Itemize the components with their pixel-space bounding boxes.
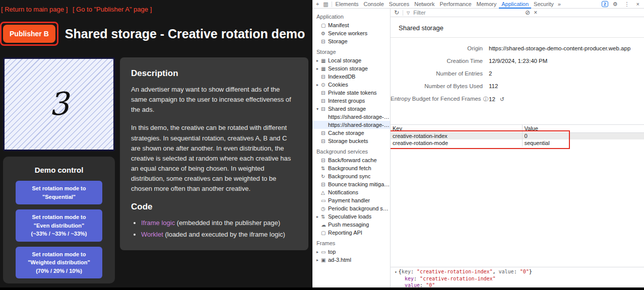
expand-arrow-icon[interactable]: ▸: [316, 250, 321, 254]
sync-icon: [321, 173, 328, 179]
expand-arrow-icon[interactable]: ▸: [316, 58, 321, 63]
column-header-value[interactable]: Value: [522, 125, 644, 132]
sidebar-item-indexeddb[interactable]: IndexedDB: [312, 72, 390, 81]
tab-performance[interactable]: Performance: [437, 0, 474, 9]
sidebar-item-label: Session storage: [328, 65, 368, 71]
sidebar-item-cookies[interactable]: ▸ Cookies: [312, 81, 390, 89]
speculative-loads-icon: [321, 213, 328, 220]
column-header-key[interactable]: Key: [391, 125, 522, 132]
iframe-logic-link[interactable]: Iframe logic: [141, 219, 175, 227]
description-heading: Description: [131, 68, 297, 79]
table-header-row: Key Value: [391, 125, 644, 132]
button-label-line: Set rotation mode to: [18, 213, 100, 222]
filter-input[interactable]: [412, 9, 508, 16]
return-to-main-page-link[interactable]: [ Return to main page ]: [1, 6, 68, 13]
sidebar-item-shared-storage[interactable]: ▾ Shared storage: [312, 105, 390, 113]
sidebar-item-payment-handler[interactable]: Payment handler: [312, 196, 390, 204]
gear-icon: [321, 30, 328, 36]
worklet-link[interactable]: Worklet: [141, 231, 163, 238]
sidebar-item-label: top: [328, 249, 336, 255]
expand-arrow-icon[interactable]: ▸: [316, 66, 321, 71]
close-devtools-icon[interactable]: ×: [634, 0, 641, 9]
metadata-row-origin: Origin https://shared-storage-demo-conte…: [391, 45, 644, 51]
close-filter-icon[interactable]: ×: [534, 9, 537, 16]
device-toolbar-icon[interactable]: ▥: [321, 0, 330, 9]
info-icon[interactable]: [481, 96, 488, 102]
clear-all-icon[interactable]: ⊘: [525, 9, 530, 16]
sidebar-item-private-state-tokens[interactable]: Private state tokens: [312, 89, 390, 97]
sidebar-item-periodic-background-sync[interactable]: Periodic background s…: [312, 204, 390, 212]
filter-box: ▽: [407, 9, 522, 16]
sidebar-item-storage[interactable]: Storage: [312, 37, 390, 45]
table-row[interactable]: creative-rotation-index 0: [391, 132, 644, 139]
expand-arrow-icon[interactable]: ▸: [316, 83, 321, 87]
sidebar-item-shared-storage-origin-2[interactable]: https://shared-storage-d…: [312, 121, 390, 129]
shared-storage-table: Key Value creative-rotation-index 0 crea…: [391, 125, 644, 147]
sidebar-item-cache-storage[interactable]: Cache storage: [312, 129, 390, 137]
sidebar-item-session-storage[interactable]: ▸ Session storage: [312, 64, 390, 72]
tab-sources[interactable]: Sources: [387, 0, 412, 9]
go-to-publisher-a-link[interactable]: [ Go to "Publisher A" page ]: [73, 6, 152, 13]
inspect-element-icon[interactable]: ⌖: [314, 0, 321, 9]
sidebar-item-bounce-tracking[interactable]: Bounce tracking mitiga…: [312, 180, 390, 188]
kebab-menu-icon[interactable]: ⋮: [622, 0, 632, 9]
syntax-token: "0": [520, 269, 529, 274]
sidebar-item-back-forward-cache[interactable]: Back/forward cache: [312, 156, 390, 164]
table-row[interactable]: creative-rotation-mode sequential: [391, 139, 644, 147]
sidebar-item-label: ad-3.html: [328, 257, 351, 263]
set-weighted-distribution-mode-button[interactable]: Set rotation mode to "Weighted distribut…: [16, 247, 102, 279]
clock-icon: [321, 205, 328, 211]
sidebar-item-manifest[interactable]: Manifest: [312, 21, 390, 29]
syntax-token: "creative-rotation-index": [420, 276, 496, 281]
sidebar-item-notifications[interactable]: Notifications: [312, 188, 390, 196]
set-even-distribution-mode-button[interactable]: Set rotation mode to "Even distribution"…: [16, 209, 102, 242]
expand-arrow-icon[interactable]: ▸: [316, 214, 321, 219]
tab-console[interactable]: Console: [361, 0, 386, 9]
more-tabs-icon[interactable]: »: [556, 1, 562, 7]
set-sequential-mode-button[interactable]: Set rotation mode to "Sequential": [16, 181, 102, 204]
cell-value[interactable]: sequential: [522, 139, 644, 147]
database-icon: [321, 90, 328, 96]
sidebar-item-reporting-api[interactable]: Reporting API: [312, 229, 390, 237]
sidebar-item-background-sync[interactable]: Background sync: [312, 172, 390, 180]
sidebar-item-frame-top[interactable]: ▸ top: [312, 248, 390, 256]
refresh-icon[interactable]: ↻: [394, 9, 399, 16]
publisher-b-button[interactable]: Publisher B: [3, 25, 55, 43]
document-icon: [321, 22, 328, 28]
reset-budget-icon[interactable]: [495, 96, 504, 102]
section-title-storage: Storage: [312, 45, 390, 56]
sidebar-item-background-fetch[interactable]: Background fetch: [312, 164, 390, 172]
tab-elements[interactable]: Elements: [333, 0, 361, 9]
sidebar-item-speculative-loads[interactable]: ▸ Speculative loads: [312, 212, 390, 221]
sidebar-item-service-workers[interactable]: Service workers: [312, 29, 390, 37]
database-icon: [321, 157, 328, 163]
settings-gear-icon[interactable]: ⚙: [611, 0, 620, 9]
syntax-token: key: [405, 276, 414, 281]
expand-arrow-icon[interactable]: ▸: [316, 258, 321, 262]
issues-count-badge[interactable]: 2: [602, 1, 608, 7]
tab-memory[interactable]: Memory: [474, 0, 499, 9]
screen: [ Return to main page ] [ Go to "Publish…: [0, 0, 644, 287]
tab-security[interactable]: Security: [531, 0, 556, 9]
collapse-arrow-icon[interactable]: ▾: [316, 107, 321, 111]
tab-application[interactable]: Application: [499, 0, 531, 9]
sidebar-item-frame-ad-3[interactable]: ▸ ad-3.html: [312, 256, 390, 264]
sidebar-item-interest-groups[interactable]: Interest groups: [312, 97, 390, 105]
cell-key[interactable]: creative-rotation-index: [391, 132, 522, 139]
sidebar-item-local-storage[interactable]: ▸ Local storage: [312, 56, 390, 64]
preview-summary-row[interactable]: ▾{key: "creative-rotation-index", value:…: [395, 268, 640, 275]
sidebar-item-push-messaging[interactable]: Push messaging: [312, 221, 390, 229]
sidebar-item-shared-storage-origin-1[interactable]: https://shared-storage-d…: [312, 113, 390, 121]
sidebar-item-label: Service workers: [328, 30, 367, 36]
syntax-token: value: [405, 282, 420, 287]
syntax-token: :: [411, 269, 417, 274]
cell-value[interactable]: 0: [522, 132, 644, 139]
field-value-text: 12: [489, 96, 495, 102]
sidebar-item-label: Back/forward cache: [328, 157, 377, 163]
sidebar-item-storage-buckets[interactable]: Storage buckets: [312, 137, 390, 145]
tab-network[interactable]: Network: [412, 0, 437, 9]
description-paragraph-2: In this demo, the creative can be rotate…: [131, 123, 297, 194]
collapse-arrow-icon[interactable]: ▾: [395, 270, 397, 274]
field-label: Number of Bytes Used: [391, 83, 483, 89]
cell-key[interactable]: creative-rotation-mode: [391, 139, 522, 147]
